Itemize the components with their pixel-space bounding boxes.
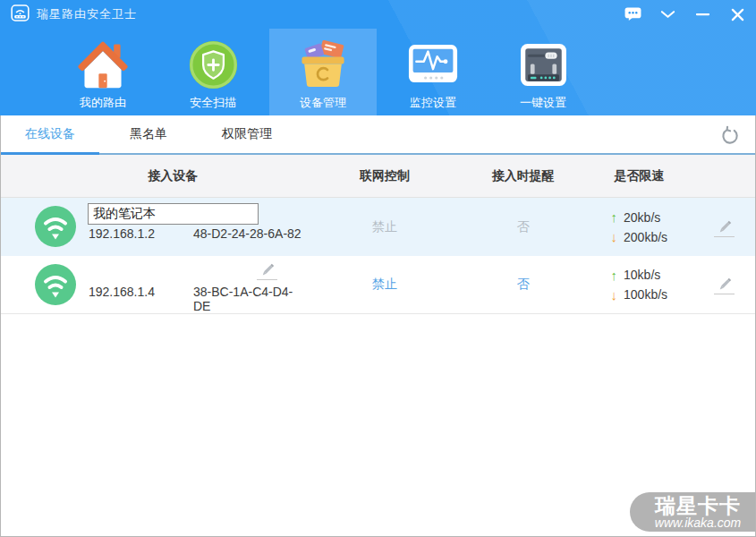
tab-bar: 在线设备 黑名单 权限管理 — [1, 115, 755, 155]
download-speed: ↓ 100kb/s — [611, 287, 668, 303]
download-speed: ↓ 200kb/s — [611, 229, 668, 244]
nav-label: 设备管理 — [300, 95, 346, 111]
home-icon — [76, 37, 130, 92]
refresh-icon[interactable] — [718, 124, 741, 147]
edit-speed-pencil-icon[interactable] — [714, 217, 735, 237]
upload-speed: ↑ 20kb/s — [611, 209, 668, 225]
window-title: 瑞星路由安全卫士 — [37, 6, 137, 22]
upload-value: 20kb/s — [624, 210, 660, 225]
tab-label: 在线设备 — [25, 126, 75, 142]
edit-cell — [692, 256, 755, 313]
minimize-icon[interactable] — [692, 4, 712, 24]
nav-item-one-click-settings[interactable]: 一键设置 — [489, 29, 597, 115]
tab-online-devices[interactable]: 在线设备 — [1, 115, 99, 153]
pencil-underline — [257, 279, 277, 280]
pencil-underline — [714, 294, 735, 294]
forbid-link[interactable]: 禁止 — [372, 277, 397, 293]
nav-item-monitor-settings[interactable]: 监控设置 — [379, 29, 487, 115]
device-cell: 192.168.1.4 38-BC-1A-C4-D4-DE — [1, 256, 309, 313]
header-access-remind: 接入时提醒 — [461, 168, 586, 184]
table-header: 接入设备 联网控制 接入时提醒 是否限速 — [1, 155, 755, 198]
pencil-underline — [714, 236, 735, 237]
nav-label: 安全扫描 — [190, 95, 236, 111]
main-nav: 我的路由 安全扫描 — [0, 29, 756, 115]
speed-limit-cell: ↑ 20kb/s ↓ 200kb/s — [585, 198, 692, 256]
header: 瑞星路由安全卫士 — [0, 0, 756, 115]
window-controls — [623, 4, 747, 24]
network-control-cell: 禁止 — [309, 198, 461, 256]
device-cell: 192.168.1.2 48-D2-24-28-6A-82 — [1, 198, 309, 256]
app-window: 瑞星路由安全卫士 — [0, 0, 756, 537]
chevron-down-icon[interactable] — [658, 4, 677, 24]
nav-item-device-management[interactable]: 设备管理 — [269, 29, 377, 115]
app-logo-icon — [11, 4, 30, 25]
titlebar: 瑞星路由安全卫士 — [0, 0, 756, 29]
forbid-link[interactable]: 禁止 — [372, 219, 397, 235]
watermark-brand: 瑞星卡卡 — [646, 495, 750, 516]
header-device: 接入设备 — [1, 168, 309, 184]
remind-toggle-link[interactable]: 否 — [517, 219, 530, 235]
toolbox-icon — [297, 37, 349, 92]
wifi-device-icon — [35, 264, 76, 305]
upload-value: 10kb/s — [624, 268, 660, 282]
network-control-cell: 禁止 — [309, 256, 461, 313]
device-ip: 192.168.1.4 — [89, 285, 155, 299]
remind-cell: 否 — [461, 256, 586, 313]
nav-label: 一键设置 — [520, 95, 566, 111]
watermark-url: www.ikaka.com — [646, 516, 750, 530]
device-ip: 192.168.1.2 — [89, 226, 155, 241]
down-arrow-icon: ↓ — [611, 287, 618, 303]
tab-label: 权限管理 — [222, 126, 272, 142]
close-icon[interactable] — [727, 4, 747, 24]
up-arrow-icon: ↑ — [611, 268, 618, 283]
ikaka-watermark: 瑞星卡卡 www.ikaka.com — [630, 492, 755, 532]
remind-cell: 否 — [461, 198, 586, 256]
rename-device-pencil-icon[interactable] — [257, 260, 277, 280]
router-settings-icon — [520, 37, 567, 92]
edit-speed-pencil-icon[interactable] — [714, 275, 735, 294]
nav-item-security-scan[interactable]: 安全扫描 — [159, 29, 267, 115]
content-area: 在线设备 黑名单 权限管理 接入设备 联网控制 接入时提醒 是否限速 — [0, 115, 756, 537]
device-name-input[interactable] — [88, 203, 259, 225]
nav-label: 监控设置 — [410, 95, 456, 111]
speed-values: ↑ 20kb/s ↓ 200kb/s — [611, 209, 668, 244]
tab-blacklist[interactable]: 黑名单 — [99, 115, 198, 153]
wifi-device-icon — [35, 206, 76, 247]
table-row: 192.168.1.2 48-D2-24-28-6A-82 禁止 否 ↑ 20k… — [1, 198, 755, 256]
edit-cell — [692, 198, 755, 256]
shield-scan-icon — [188, 37, 239, 92]
device-mac: 38-BC-1A-C4-D4-DE — [193, 285, 309, 313]
tab-permission-management[interactable]: 权限管理 — [198, 115, 296, 153]
download-value: 100kb/s — [624, 287, 667, 302]
down-arrow-icon: ↓ — [611, 229, 618, 244]
remind-toggle-link[interactable]: 否 — [517, 277, 530, 293]
header-network-control: 联网控制 — [309, 168, 461, 184]
speed-limit-cell: ↑ 10kb/s ↓ 100kb/s — [585, 256, 692, 313]
speed-values: ↑ 10kb/s ↓ 100kb/s — [611, 268, 668, 303]
up-arrow-icon: ↑ — [611, 209, 618, 225]
upload-speed: ↑ 10kb/s — [611, 268, 668, 283]
tab-label: 黑名单 — [130, 126, 167, 142]
download-value: 200kb/s — [624, 230, 667, 244]
monitor-icon — [408, 37, 458, 92]
nav-label: 我的路由 — [80, 95, 126, 111]
feedback-chat-icon[interactable] — [623, 4, 642, 24]
header-speed-limit: 是否限速 — [585, 168, 692, 184]
nav-item-my-router[interactable]: 我的路由 — [49, 29, 157, 115]
table-row: 192.168.1.4 38-BC-1A-C4-D4-DE 禁止 否 ↑ 10k… — [1, 256, 755, 314]
device-mac: 48-D2-24-28-6A-82 — [193, 226, 302, 241]
